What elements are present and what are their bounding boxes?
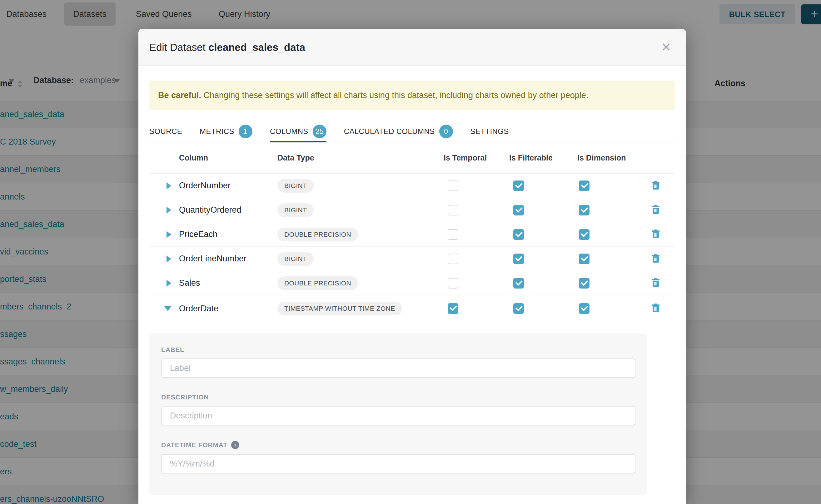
is-temporal-checkbox[interactable] xyxy=(448,278,458,289)
is-dimension-checkbox[interactable] xyxy=(579,278,590,289)
is-temporal-checkbox[interactable] xyxy=(448,205,458,215)
is-dimension-checkbox[interactable] xyxy=(579,205,590,215)
column-detail-panel: LABEL DESCRIPTION DATETIME FORMAT i xyxy=(149,334,647,495)
column-row: PriceEachDOUBLE PRECISION xyxy=(149,222,675,247)
delete-column-trash-icon[interactable] xyxy=(652,278,660,289)
data-type-pill: BIGINT xyxy=(277,203,314,217)
warning-text: Changing these settings will affect all … xyxy=(201,91,588,100)
is-filterable-checkbox[interactable] xyxy=(513,180,524,191)
expand-caret-icon[interactable] xyxy=(166,182,171,189)
modal-dataset-name: cleaned_sales_data xyxy=(208,42,305,53)
datetime-format-input[interactable] xyxy=(161,454,636,473)
header-is-temporal: Is Temporal xyxy=(431,153,496,162)
tab-metrics[interactable]: METRICS1 xyxy=(200,121,252,142)
column-row: OrderLineNumberBIGINT xyxy=(149,247,675,271)
is-temporal-checkbox[interactable] xyxy=(448,229,458,240)
edit-dataset-modal: Edit Dataset cleaned_sales_data ✕ Be car… xyxy=(138,29,686,504)
column-row: OrderDateTIMESTAMP WITHOUT TIME ZONE xyxy=(149,295,675,322)
column-name: OrderDate xyxy=(179,304,277,314)
header-is-filterable: Is Filterable xyxy=(496,153,562,162)
is-dimension-checkbox[interactable] xyxy=(579,180,590,191)
modal-body: Be careful. Changing these settings will… xyxy=(138,81,686,495)
column-row: SalesDOUBLE PRECISION xyxy=(149,271,675,295)
data-type-pill: DOUBLE PRECISION xyxy=(277,276,358,290)
delete-column-trash-icon[interactable] xyxy=(652,205,660,215)
description-input[interactable] xyxy=(161,406,636,425)
is-temporal-checkbox[interactable] xyxy=(448,303,458,314)
header-data-type: Data Type xyxy=(277,153,431,162)
delete-column-trash-icon[interactable] xyxy=(652,254,660,264)
close-icon[interactable]: ✕ xyxy=(659,40,674,55)
data-type-pill: DOUBLE PRECISION xyxy=(277,228,358,241)
warning-banner: Be careful. Changing these settings will… xyxy=(149,81,675,110)
info-icon[interactable]: i xyxy=(231,441,239,449)
tab-calculated-columns[interactable]: CALCULATED COLUMNS0 xyxy=(344,121,453,142)
columns-table-body: OrderNumberBIGINTQuantityOrderedBIGINTPr… xyxy=(149,174,675,322)
column-row: QuantityOrderedBIGINT xyxy=(149,198,675,222)
expand-caret-icon[interactable] xyxy=(166,231,171,238)
is-filterable-checkbox[interactable] xyxy=(513,303,524,314)
data-type-pill: BIGINT xyxy=(277,179,314,193)
column-name: Sales xyxy=(179,278,277,288)
metrics-count-badge: 1 xyxy=(239,125,252,138)
expand-caret-icon[interactable] xyxy=(166,207,171,214)
expand-caret-icon[interactable] xyxy=(166,280,171,287)
header-is-dimension: Is Dimension xyxy=(562,153,627,162)
calculated-columns-count-badge: 0 xyxy=(439,125,453,138)
datetime-format-field-label: DATETIME FORMAT i xyxy=(161,441,636,449)
is-filterable-checkbox[interactable] xyxy=(513,205,524,215)
modal-tabs: SOURCE METRICS1 COLUMNS25 CALCULATED COL… xyxy=(149,121,675,142)
is-filterable-checkbox[interactable] xyxy=(513,278,524,289)
tab-settings[interactable]: SETTINGS xyxy=(471,121,509,142)
is-dimension-checkbox[interactable] xyxy=(579,229,590,240)
data-type-pill: BIGINT xyxy=(277,252,314,266)
modal-header: Edit Dataset cleaned_sales_data ✕ xyxy=(138,29,686,66)
column-name: OrderNumber xyxy=(179,181,277,190)
modal-title-prefix: Edit Dataset xyxy=(149,42,208,53)
columns-table-header: Column Data Type Is Temporal Is Filterab… xyxy=(149,142,675,174)
column-name: QuantityOrdered xyxy=(179,205,277,215)
is-filterable-checkbox[interactable] xyxy=(513,229,524,240)
label-input[interactable] xyxy=(161,358,636,378)
tab-source[interactable]: SOURCE xyxy=(149,121,182,142)
tab-columns[interactable]: COLUMNS25 xyxy=(270,121,326,142)
delete-column-trash-icon[interactable] xyxy=(652,229,660,240)
columns-count-badge: 25 xyxy=(313,125,326,138)
is-dimension-checkbox[interactable] xyxy=(579,254,590,264)
is-temporal-checkbox[interactable] xyxy=(448,254,458,264)
delete-column-trash-icon[interactable] xyxy=(652,180,660,191)
warning-bold-text: Be careful. xyxy=(158,91,201,100)
is-dimension-checkbox[interactable] xyxy=(579,303,590,314)
screen: Databases Datasets Saved Queries Query H… xyxy=(0,0,821,504)
column-row: OrderNumberBIGINT xyxy=(149,174,675,198)
collapse-caret-icon[interactable] xyxy=(164,306,171,311)
is-filterable-checkbox[interactable] xyxy=(513,254,524,264)
is-temporal-checkbox[interactable] xyxy=(448,180,458,191)
data-type-pill: TIMESTAMP WITHOUT TIME ZONE xyxy=(277,302,402,315)
header-column: Column xyxy=(179,153,277,162)
column-name: OrderLineNumber xyxy=(179,254,277,264)
modal-title: Edit Dataset cleaned_sales_data xyxy=(149,29,305,66)
expand-caret-icon[interactable] xyxy=(166,255,171,262)
description-field-label: DESCRIPTION xyxy=(161,393,636,401)
label-field-label: LABEL xyxy=(161,346,636,353)
column-name: PriceEach xyxy=(179,230,277,239)
delete-column-trash-icon[interactable] xyxy=(652,303,660,314)
